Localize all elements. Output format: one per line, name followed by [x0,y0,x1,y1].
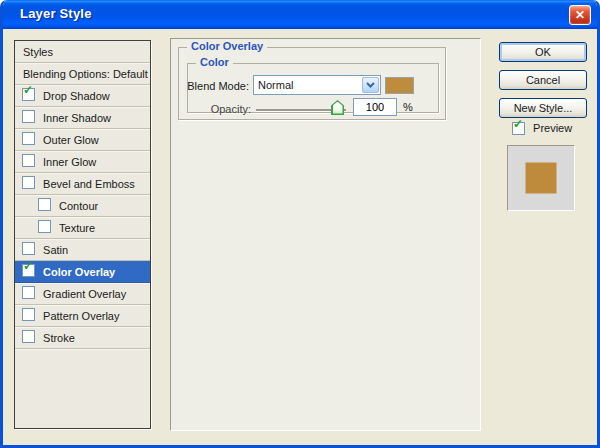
color-overlay-panel: Color Overlay Color Blend Mode: Normal O… [170,38,481,431]
check-icon: ✓ [513,118,523,131]
sidebar-item-contour[interactable]: ✓ Contour [15,195,150,217]
sidebar-item-label: Inner Shadow [43,112,111,124]
color-group-title: Color [196,56,233,68]
style-checkbox[interactable]: ✓ [22,88,35,101]
close-icon: ✕ [575,8,585,22]
style-checkbox[interactable]: ✓ [22,242,35,255]
sidebar-item-label: Blending Options: Default [23,68,148,80]
sidebar-item-gradient-overlay[interactable]: ✓ Gradient Overlay [15,283,150,305]
sidebar-item-styles[interactable]: Styles [15,41,150,63]
sidebar-item-label: Outer Glow [43,134,99,146]
style-checkbox[interactable]: ✓ [38,220,51,233]
sidebar-item-label: Drop Shadow [43,90,110,102]
window-title: Layer Style [20,6,92,21]
sidebar-item-label: Stroke [43,332,75,344]
preview-label: Preview [533,122,572,134]
blend-mode-select[interactable]: Normal [253,75,381,95]
sidebar-item-outer-glow[interactable]: ✓ Outer Glow [15,129,150,151]
opacity-input[interactable] [353,98,397,116]
sidebar-item-inner-glow[interactable]: ✓ Inner Glow [15,151,150,173]
titlebar: Layer Style ✕ [0,0,600,29]
layer-style-dialog: Layer Style ✕ Styles Blending Options: D… [0,0,600,448]
style-checkbox[interactable]: ✓ [22,176,35,189]
chevron-down-icon[interactable] [362,77,379,93]
check-icon: ✓ [23,261,33,273]
sidebar-item-label: Inner Glow [43,156,96,168]
sidebar-item-bevel-and-emboss[interactable]: ✓ Bevel and Emboss [15,173,150,195]
sidebar-item-blending-options-default[interactable]: Blending Options: Default [15,63,150,85]
preview-toggle[interactable]: ✓ Preview [512,121,572,135]
opacity-unit: % [403,101,413,113]
sidebar-item-label: Satin [43,244,68,256]
style-checkbox[interactable]: ✓ [22,264,35,277]
sidebar-item-label: Bevel and Emboss [43,178,135,190]
style-checkbox[interactable]: ✓ [22,286,35,299]
style-checkbox[interactable]: ✓ [22,308,35,321]
close-button[interactable]: ✕ [569,5,591,25]
style-checkbox[interactable]: ✓ [22,330,35,343]
opacity-label: Opacity: [191,103,251,115]
preview-thumbnail-square [526,163,557,194]
blend-mode-label: Blend Mode: [179,80,249,92]
sidebar-item-stroke[interactable]: ✓ Stroke [15,327,150,349]
sidebar-item-inner-shadow[interactable]: ✓ Inner Shadow [15,107,150,129]
sidebar-item-color-overlay[interactable]: ✓ Color Overlay [15,261,150,283]
sidebar-item-label: Contour [59,200,98,212]
opacity-slider-handle-face [333,102,343,114]
sidebar-item-drop-shadow[interactable]: ✓ Drop Shadow [15,85,150,107]
sidebar-item-label: Texture [59,222,95,234]
overlay-color-swatch[interactable] [385,77,414,94]
cancel-button[interactable]: Cancel [499,70,587,90]
blend-mode-value: Normal [258,79,293,91]
sidebar-item-texture[interactable]: ✓ Texture [15,217,150,239]
style-checkbox[interactable]: ✓ [38,198,51,211]
dialog-body: Styles Blending Options: Default ✓ Drop … [3,29,597,445]
style-checkbox[interactable]: ✓ [22,132,35,145]
new-style-button[interactable]: New Style... [499,98,587,118]
sidebar-item-label: Pattern Overlay [43,310,119,322]
styles-list: Styles Blending Options: Default ✓ Drop … [14,40,151,429]
sidebar-item-satin[interactable]: ✓ Satin [15,239,150,261]
panel-title: Color Overlay [187,40,267,52]
style-checkbox[interactable]: ✓ [22,110,35,123]
preview-thumbnail [507,145,575,211]
sidebar-item-label: Gradient Overlay [43,288,126,300]
ok-button[interactable]: OK [499,42,587,62]
sidebar-item-pattern-overlay[interactable]: ✓ Pattern Overlay [15,305,150,327]
sidebar-item-label: Color Overlay [43,266,115,278]
style-checkbox[interactable]: ✓ [22,154,35,167]
check-icon: ✓ [23,85,33,97]
preview-checkbox[interactable]: ✓ [512,122,525,135]
sidebar-item-label: Styles [23,46,53,58]
